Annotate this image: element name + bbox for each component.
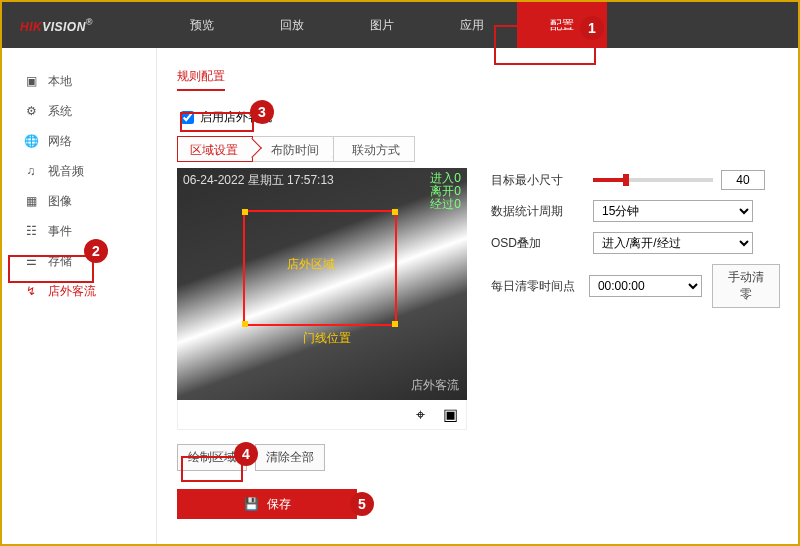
subtab-arming[interactable]: 布防时间 xyxy=(252,136,334,162)
period-select[interactable]: 15分钟 xyxy=(593,200,753,222)
reset-time-select[interactable]: 00:00:00 xyxy=(589,275,702,297)
image-icon: ▦ xyxy=(24,194,38,208)
svg-marker-1 xyxy=(326,366,336,374)
nav-picture[interactable]: 图片 xyxy=(337,2,427,48)
save-icon: 💾 xyxy=(244,497,259,511)
osd-select[interactable]: 进入/离开/经过 xyxy=(593,232,753,254)
reset-label: 每日清零时间点 xyxy=(491,278,579,295)
subtab-linkage[interactable]: 联动方式 xyxy=(333,136,415,162)
storage-icon: ☰ xyxy=(24,254,38,268)
gate-label: 门线位置 xyxy=(303,330,351,347)
nav-preview[interactable]: 预览 xyxy=(157,2,247,48)
sidebar-item-network[interactable]: 🌐网络 xyxy=(2,126,156,156)
top-nav: 预览 回放 图片 应用 配置 xyxy=(157,2,607,48)
video-preview[interactable]: 06-24-2022 星期五 17:57:13 进入0 离开0 经过0 店外区域… xyxy=(177,168,467,400)
sidebar-item-storage[interactable]: ☰存储 xyxy=(2,246,156,276)
clear-all-button[interactable]: 清除全部 xyxy=(255,444,325,471)
gear-icon: ⚙ xyxy=(24,104,38,118)
sidebar-item-system[interactable]: ⚙系统 xyxy=(2,96,156,126)
min-size-input[interactable] xyxy=(721,170,765,190)
nav-application[interactable]: 应用 xyxy=(427,2,517,48)
video-timestamp: 06-24-2022 星期五 17:57:13 xyxy=(183,172,334,189)
sidebar-item-local[interactable]: ▣本地 xyxy=(2,66,156,96)
subtab-area[interactable]: 区域设置 xyxy=(177,136,253,162)
manual-reset-button[interactable]: 手动清零 xyxy=(712,264,780,308)
draw-area-button[interactable]: 绘制区域 xyxy=(177,444,247,471)
calendar-icon: ☷ xyxy=(24,224,38,238)
video-watermark: 店外客流 xyxy=(411,377,459,394)
nav-config[interactable]: 配置 xyxy=(517,2,607,48)
video-overlay-counts: 进入0 离开0 经过0 xyxy=(430,172,461,211)
osd-label: OSD叠加 xyxy=(491,235,583,252)
period-label: 数据统计周期 xyxy=(491,203,583,220)
monitor-icon: ▣ xyxy=(24,74,38,88)
enable-checkbox[interactable] xyxy=(181,111,194,124)
sidebar-item-outdoor-flow[interactable]: ↯店外客流 xyxy=(2,276,156,306)
ptz-icon[interactable]: ⌖ xyxy=(416,406,425,424)
sidebar-item-event[interactable]: ☷事件 xyxy=(2,216,156,246)
brand-logo: HIKVISION® xyxy=(2,17,157,34)
route-icon: ↯ xyxy=(24,284,38,298)
snapshot-icon[interactable]: ▣ xyxy=(443,405,458,424)
sidebar: ▣本地 ⚙系统 🌐网络 ♫视音频 ▦图像 ☷事件 ☰存储 ↯店外客流 xyxy=(2,48,157,544)
section-title: 规则配置 xyxy=(177,68,225,91)
nav-playback[interactable]: 回放 xyxy=(247,2,337,48)
roi-label: 店外区域 xyxy=(287,256,335,273)
sidebar-item-image[interactable]: ▦图像 xyxy=(2,186,156,216)
save-button[interactable]: 💾 保存 xyxy=(177,489,357,519)
min-size-label: 目标最小尺寸 xyxy=(491,172,583,189)
av-icon: ♫ xyxy=(24,164,38,178)
sub-tabs: 区域设置 布防时间 联动方式 xyxy=(177,136,780,162)
globe-icon: 🌐 xyxy=(24,134,38,148)
sidebar-item-av[interactable]: ♫视音频 xyxy=(2,156,156,186)
enable-label: 启用店外客流 xyxy=(200,109,272,126)
min-size-slider[interactable] xyxy=(593,178,713,182)
